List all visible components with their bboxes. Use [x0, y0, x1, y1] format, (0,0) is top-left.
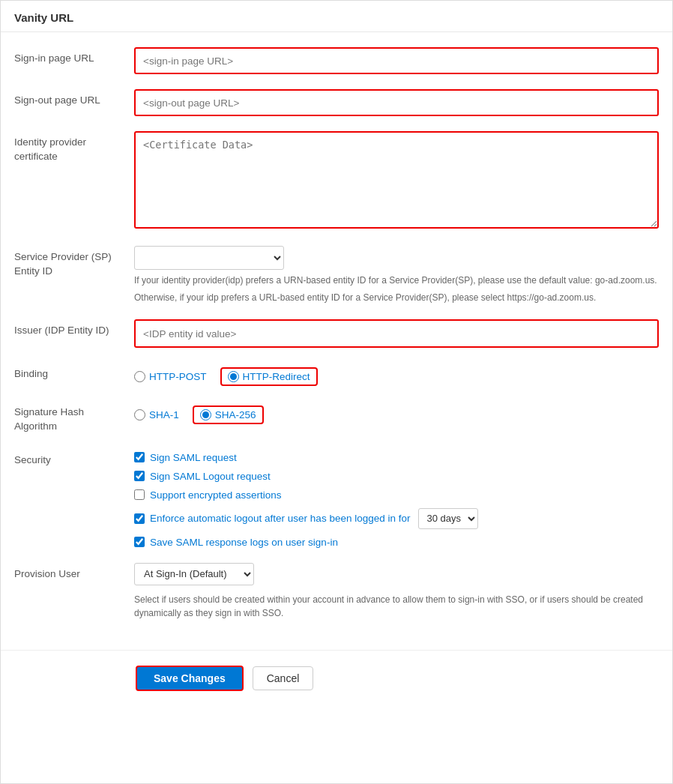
- cancel-button[interactable]: Cancel: [253, 666, 314, 690]
- sp-entity-id-hint2: Otherwise, if your idp prefers a URL-bas…: [134, 291, 659, 304]
- issuer-input-wrapper: [134, 319, 659, 348]
- binding-http-post-label: HTTP-POST: [149, 371, 207, 382]
- saml-logs-checkbox[interactable]: [134, 537, 145, 547]
- sp-entity-id-row: Service Provider (SP) Entity ID go-ad.zo…: [1, 238, 672, 312]
- sign-saml-label: Sign SAML request: [150, 452, 237, 463]
- sig-hash-sha1-label: SHA-1: [149, 409, 179, 420]
- sign-out-url-control: [134, 89, 659, 116]
- sig-hash-sha1-radio[interactable]: [134, 409, 145, 420]
- sp-entity-id-select[interactable]: go-ad.zoom.us https://go-ad.zoom.us: [134, 246, 284, 270]
- encrypted-checkbox[interactable]: [134, 489, 145, 500]
- sign-in-url-control: [134, 47, 659, 74]
- section-title: Vanity URL: [1, 1, 672, 32]
- sign-saml-checkbox[interactable]: [134, 452, 145, 462]
- sign-logout-checkbox[interactable]: [134, 471, 145, 481]
- sig-hash-control: SHA-1 SHA-256: [134, 401, 659, 424]
- binding-http-post[interactable]: HTTP-POST: [134, 371, 207, 382]
- issuer-control: [134, 319, 659, 348]
- checkbox-auto-logout[interactable]: Enforce automatic logout after user has …: [134, 508, 659, 529]
- sig-hash-sha1[interactable]: SHA-1: [134, 409, 179, 420]
- issuer-label: Issuer (IDP Entity ID): [14, 319, 134, 338]
- provision-user-row: Provision User At Sign-In (Default) Manu…: [1, 555, 672, 627]
- security-control: Sign SAML request Sign SAML Logout reque…: [134, 449, 659, 548]
- binding-control: HTTP-POST HTTP-Redirect: [134, 363, 659, 386]
- checkbox-saml-logs[interactable]: Save SAML response logs on user sign-in: [134, 537, 659, 548]
- sig-hash-sha256[interactable]: SHA-256: [193, 405, 264, 424]
- binding-http-redirect-radio[interactable]: [228, 371, 239, 382]
- binding-http-post-radio[interactable]: [134, 371, 145, 382]
- binding-row: Binding HTTP-POST HTTP-Redirect: [1, 355, 672, 393]
- auto-logout-checkbox[interactable]: [134, 513, 145, 524]
- page-container: Vanity URL Sign-in page URL Sign-out pag…: [0, 0, 673, 784]
- provision-user-label: Provision User: [14, 563, 134, 582]
- security-row: Security Sign SAML request Sign SAML Log…: [1, 441, 672, 555]
- encrypted-label: Support encrypted assertions: [150, 489, 282, 501]
- sign-out-url-label: Sign-out page URL: [14, 89, 134, 108]
- binding-http-redirect-label: HTTP-Redirect: [243, 371, 310, 382]
- sign-in-url-row: Sign-in page URL: [1, 40, 672, 82]
- provision-user-select[interactable]: At Sign-In (Default) Manual Disabled: [134, 563, 254, 585]
- binding-radio-group: HTTP-POST HTTP-Redirect: [134, 363, 659, 386]
- idp-cert-row: Identity provider certificate: [1, 124, 672, 238]
- sig-hash-radio-group: SHA-1 SHA-256: [134, 401, 659, 424]
- footer: Save Changes Cancel: [1, 650, 672, 706]
- security-label: Security: [14, 449, 134, 468]
- checkbox-sign-saml[interactable]: Sign SAML request: [134, 452, 659, 463]
- checkbox-encrypted[interactable]: Support encrypted assertions: [134, 489, 659, 501]
- sp-entity-id-hint1: If your identity provider(idp) prefers a…: [134, 274, 659, 287]
- idp-cert-control: [134, 131, 659, 231]
- provision-user-control: At Sign-In (Default) Manual Disabled Sel…: [134, 563, 659, 620]
- sign-in-url-input[interactable]: [134, 47, 659, 74]
- sign-in-url-label: Sign-in page URL: [14, 47, 134, 66]
- binding-label: Binding: [14, 363, 134, 382]
- sig-hash-label: Signature Hash Algorithm: [14, 401, 134, 434]
- issuer-input[interactable]: [136, 321, 657, 346]
- sp-entity-id-label: Service Provider (SP) Entity ID: [14, 246, 134, 279]
- idp-cert-textarea[interactable]: [134, 131, 659, 229]
- form-body: Sign-in page URL Sign-out page URL Ident…: [1, 32, 672, 642]
- binding-http-redirect[interactable]: HTTP-Redirect: [220, 367, 318, 386]
- sign-logout-label: Sign SAML Logout request: [150, 471, 271, 482]
- idp-cert-label: Identity provider certificate: [14, 131, 134, 164]
- checkbox-sign-logout[interactable]: Sign SAML Logout request: [134, 471, 659, 482]
- sp-entity-id-control: go-ad.zoom.us https://go-ad.zoom.us If y…: [134, 246, 659, 304]
- auto-logout-duration-select[interactable]: 7 days 14 days 30 days 60 days 90 days: [418, 508, 478, 529]
- auto-logout-label: Enforce automatic logout after user has …: [150, 513, 410, 524]
- sig-hash-sha256-radio[interactable]: [200, 409, 211, 420]
- save-button[interactable]: Save Changes: [136, 666, 244, 691]
- sig-hash-row: Signature Hash Algorithm SHA-1 SHA-256: [1, 393, 672, 441]
- issuer-row: Issuer (IDP Entity ID): [1, 312, 672, 355]
- sign-out-url-row: Sign-out page URL: [1, 82, 672, 124]
- sig-hash-sha256-label: SHA-256: [215, 409, 256, 420]
- sign-out-url-input[interactable]: [134, 89, 659, 116]
- saml-logs-label: Save SAML response logs on user sign-in: [150, 537, 338, 548]
- provision-user-hint: Select if users should be created within…: [134, 593, 659, 620]
- security-checkbox-group: Sign SAML request Sign SAML Logout reque…: [134, 449, 659, 548]
